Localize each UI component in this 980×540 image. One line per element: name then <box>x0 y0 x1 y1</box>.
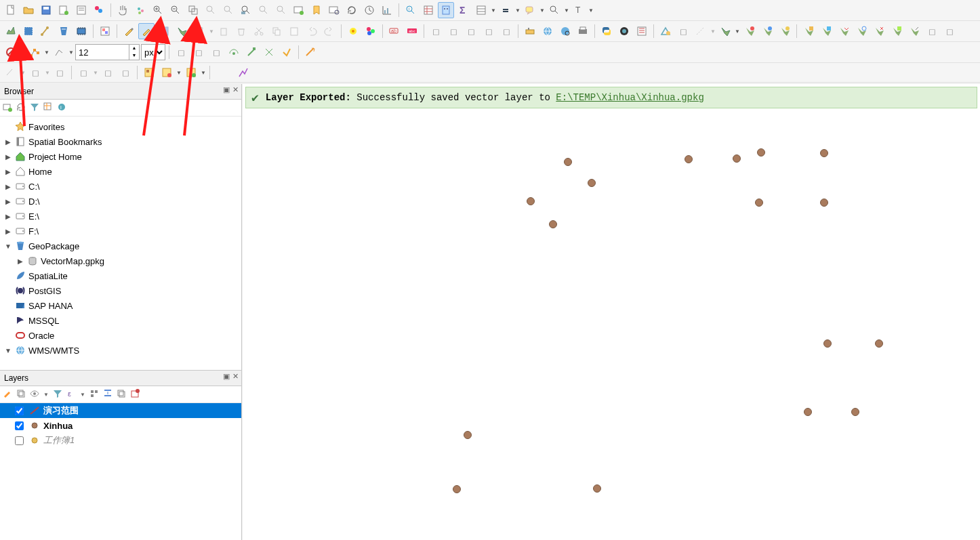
tree-item[interactable]: ▶Project Home <box>0 149 241 164</box>
zoom-next-icon[interactable] <box>273 2 289 18</box>
print-icon[interactable] <box>575 23 591 39</box>
r4b-icon[interactable]: ◻ <box>27 64 43 81</box>
zoom-selection-icon[interactable] <box>220 2 237 18</box>
size-input[interactable] <box>76 45 129 60</box>
save-edits-icon[interactable] <box>156 23 172 39</box>
tree-item[interactable]: ▼GeoPackage <box>0 238 241 253</box>
chart-tool-icon[interactable] <box>379 2 395 18</box>
new-print-layout-icon[interactable] <box>56 2 72 18</box>
plugin-color-icon[interactable] <box>363 23 379 39</box>
tree-item[interactable]: ▶VectorMap.gpkg <box>0 253 241 268</box>
layers-visibility-icon[interactable] <box>30 389 39 400</box>
expander-icon[interactable]: ▶ <box>4 198 12 205</box>
tree-item[interactable]: ▶Spatial Bookmarks <box>0 134 241 149</box>
label-highlight-icon[interactable]: ◻ <box>445 23 462 39</box>
segment-icon[interactable] <box>51 44 67 60</box>
tree-item[interactable]: ▶D:\ <box>0 194 241 209</box>
layers-filter-icon[interactable] <box>53 389 62 400</box>
layer-row[interactable]: Xinhua <box>0 418 241 433</box>
text-annotation-icon[interactable]: T <box>571 2 587 18</box>
layer-checkbox[interactable] <box>15 421 24 430</box>
open-icon[interactable] <box>20 2 37 18</box>
expander-icon[interactable]: ▶ <box>16 257 24 265</box>
expander-icon[interactable]: ▼ <box>4 243 12 250</box>
map-point[interactable] <box>755 199 763 207</box>
layer-row[interactable]: 工作簿1 <box>0 433 241 448</box>
h1-icon[interactable] <box>717 23 733 39</box>
layers-expand-icon[interactable] <box>89 389 99 400</box>
move-feature-dropdown[interactable]: ▼ <box>209 24 214 39</box>
layers-expr-icon[interactable]: ε <box>66 389 76 400</box>
python-icon[interactable] <box>598 23 615 39</box>
tree-item[interactable]: ▼WMS/WMTS <box>0 343 241 358</box>
size-down-icon[interactable]: ▼ <box>129 52 139 60</box>
map-point[interactable] <box>464 431 472 439</box>
style-manager-icon[interactable] <box>91 2 107 18</box>
map-point[interactable] <box>757 148 765 157</box>
tree-item[interactable]: PostGIS <box>0 283 241 298</box>
v1-icon[interactable] <box>243 44 260 60</box>
delete-selected-icon[interactable] <box>216 23 232 39</box>
layers-collapse-icon[interactable] <box>103 389 113 400</box>
add-raster-icon[interactable] <box>20 23 37 39</box>
layer-checkbox[interactable] <box>15 407 24 415</box>
map-canvas[interactable]: ✔ Layer Exported: Successfully saved vec… <box>243 84 980 540</box>
measure-dropdown[interactable]: ▼ <box>491 3 496 18</box>
measure-icon[interactable] <box>473 2 489 18</box>
layout-manager-icon[interactable] <box>73 2 89 18</box>
map-point[interactable] <box>733 154 741 163</box>
add-layer-icon[interactable] <box>3 102 12 114</box>
maptips-icon[interactable] <box>497 2 514 18</box>
field-calc-icon[interactable] <box>438 2 454 18</box>
undo-icon[interactable] <box>304 23 320 39</box>
h2-icon[interactable] <box>741 23 758 39</box>
map-point[interactable] <box>564 158 572 166</box>
layers-remove-icon[interactable] <box>117 389 126 400</box>
label-move-icon[interactable]: ◻ <box>463 23 479 39</box>
layer-row[interactable]: 演习范围 <box>0 403 241 418</box>
new-memory-icon[interactable] <box>73 23 89 39</box>
zoom-last-icon[interactable] <box>256 2 272 18</box>
text-dropdown[interactable]: ▼ <box>588 3 594 18</box>
browser-tree[interactable]: Favorites▶Spatial Bookmarks▶Project Home… <box>0 117 241 370</box>
new-gpkg-icon[interactable] <box>56 23 72 39</box>
browser-title-bar[interactable]: Browser ▣ ✕ <box>0 84 241 100</box>
label-tool-icon[interactable]: ab <box>386 23 403 39</box>
i1-icon[interactable] <box>800 23 817 39</box>
intersect-icon[interactable]: ◻ <box>208 44 224 60</box>
attributes-icon[interactable] <box>420 2 436 18</box>
r4c-icon[interactable]: ◻ <box>52 64 68 81</box>
expander-icon[interactable]: ▶ <box>4 228 12 235</box>
select-dropdown[interactable]: ▼ <box>564 3 569 18</box>
new-project-icon[interactable] <box>3 2 19 18</box>
self-snap-icon[interactable] <box>226 44 242 60</box>
i6-icon[interactable] <box>889 23 905 39</box>
snap-icon[interactable]: ◻ <box>190 44 207 60</box>
plugin-db-icon[interactable] <box>345 23 361 39</box>
size-spin[interactable]: ▲▼ <box>75 44 140 60</box>
save-icon[interactable] <box>38 2 54 18</box>
tree-item[interactable]: ▶C:\ <box>0 179 241 194</box>
label-pin-icon[interactable]: ◻ <box>428 23 444 39</box>
i3-icon[interactable] <box>836 23 852 39</box>
r4i-icon[interactable] <box>183 64 199 81</box>
new-vector-icon[interactable] <box>38 23 54 39</box>
clock-icon[interactable] <box>361 2 377 18</box>
r4e-icon[interactable]: ◻ <box>100 64 116 81</box>
refresh-browser-icon[interactable] <box>16 102 26 114</box>
collapse-browser-icon[interactable] <box>43 102 53 114</box>
i5-icon[interactable] <box>871 23 887 39</box>
zoom-in-icon[interactable] <box>150 2 166 18</box>
tree-item[interactable]: Oracle <box>0 328 241 343</box>
annotation-dropdown[interactable]: ▼ <box>539 3 545 18</box>
map-point[interactable] <box>875 339 883 348</box>
annotation-icon[interactable] <box>522 2 538 18</box>
map-point[interactable] <box>823 339 832 348</box>
h3-icon[interactable] <box>759 23 775 39</box>
map-point[interactable] <box>593 484 601 493</box>
zoom-layer-icon[interactable] <box>238 2 254 18</box>
r4f-icon[interactable]: ◻ <box>117 64 134 81</box>
expander-icon[interactable]: ▼ <box>4 347 12 354</box>
v4-icon[interactable] <box>302 44 319 60</box>
layers-undock-icon[interactable]: ▣ <box>223 372 230 381</box>
